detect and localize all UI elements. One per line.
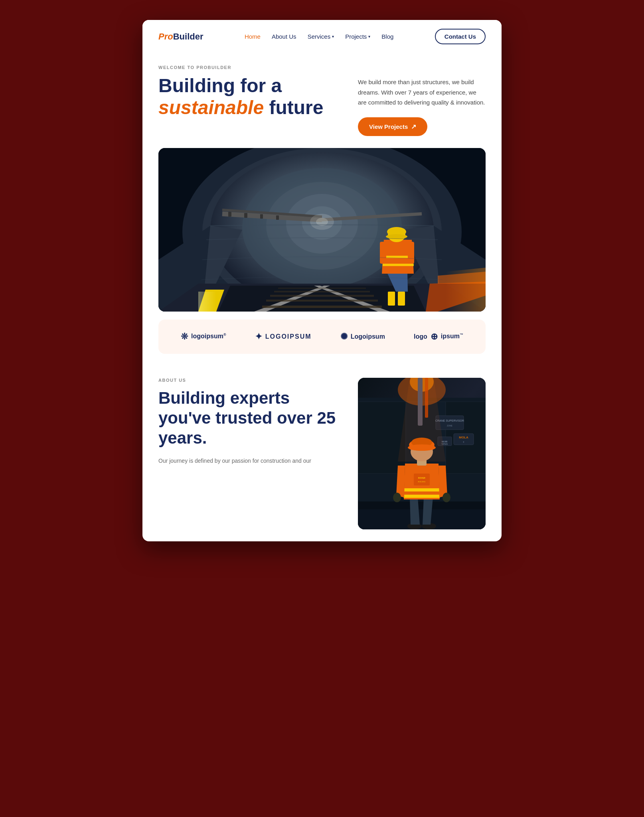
chevron-down-icon: ▾ [368, 34, 370, 39]
svg-text:ROVER: ROVER [418, 477, 425, 479]
page-container: Pro Builder Home About Us Services ▾ Pro… [142, 20, 502, 541]
svg-rect-27 [228, 212, 231, 217]
view-projects-button[interactable]: View Projects ↗ [358, 117, 427, 136]
svg-rect-30 [276, 215, 279, 220]
logo-builder: Builder [173, 32, 203, 42]
contact-button[interactable]: Contact Us [435, 29, 486, 44]
nav-item-blog[interactable]: Blog [381, 33, 393, 40]
hero-right: We build more than just structures, we b… [358, 65, 486, 136]
logo[interactable]: Pro Builder [158, 32, 203, 42]
logo-text-4b: ipsum™ [441, 333, 463, 340]
nav-link-about[interactable]: About Us [272, 33, 296, 40]
logo-text-4: logo [414, 333, 427, 340]
svg-rect-38 [380, 242, 386, 264]
svg-rect-16 [262, 306, 382, 308]
svg-marker-34 [397, 272, 408, 292]
hero-title-italic: sustainable [158, 97, 264, 118]
nav-link-home[interactable]: Home [245, 33, 261, 40]
nav-link-blog[interactable]: Blog [381, 33, 393, 40]
nav-item-projects[interactable]: Projects ▾ [345, 33, 370, 40]
about-right: CRANE SUPERVISOR ZONE MOLA 8 WEBB YATES [358, 378, 486, 529]
hero-section: WELCOME TO PROBUILDER Building for a sus… [142, 53, 502, 144]
chevron-down-icon: ▾ [332, 34, 334, 39]
about-section: ABOUT US Building experts you've trusted… [142, 362, 502, 541]
logo-icon-2: ✦ [255, 332, 262, 342]
svg-marker-66 [358, 509, 486, 529]
nav-item-services[interactable]: Services ▾ [308, 33, 334, 40]
svg-rect-31 [388, 292, 395, 306]
logos-strip: ❊ logoipsum® ✦ LOGOIPSUM ✺ Logoipsum log… [158, 320, 486, 354]
hero-description: We build more than just structures, we b… [358, 77, 486, 108]
about-description: Our journey is defined by our passion fo… [158, 456, 342, 466]
svg-rect-18 [270, 295, 374, 297]
hero-image [158, 148, 486, 312]
nav-item-home[interactable]: Home [245, 33, 261, 40]
welcome-label: WELCOME TO PROBUILDER [158, 65, 342, 70]
logo-item-2: ✦ LOGOIPSUM [255, 332, 312, 342]
nav-link-projects[interactable]: Projects [345, 33, 367, 40]
navbar: Pro Builder Home About Us Services ▾ Pro… [142, 20, 502, 53]
logo-item-1: ❊ logoipsum® [181, 332, 226, 342]
logo-icon-1: ❊ [181, 332, 188, 342]
svg-text:MOLA: MOLA [459, 436, 468, 439]
svg-marker-44 [446, 268, 486, 312]
logo-item-3: ✺ Logoipsum [340, 332, 385, 342]
about-title: Building experts you've trusted over 25 … [158, 388, 342, 448]
svg-marker-43 [198, 292, 216, 312]
svg-rect-72 [414, 474, 430, 485]
about-label: ABOUT US [158, 378, 342, 383]
svg-rect-76 [403, 495, 440, 498]
logo-pro: Pro [158, 32, 173, 42]
hero-title-line1: Building for a [158, 75, 282, 96]
svg-rect-37 [383, 264, 414, 266]
svg-rect-20 [278, 288, 366, 289]
svg-text:ZONE: ZONE [447, 424, 453, 427]
logo-text-1: logoipsum® [191, 333, 226, 340]
svg-rect-49 [358, 402, 406, 474]
svg-point-80 [443, 493, 450, 502]
about-image: CRANE SUPERVISOR ZONE MOLA 8 WEBB YATES [358, 378, 486, 529]
svg-rect-28 [244, 213, 247, 218]
logo-icon-4: ⊕ [431, 332, 438, 342]
view-projects-label: View Projects [369, 123, 408, 130]
svg-text:BUILDING: BUILDING [418, 481, 426, 483]
nav-link-services[interactable]: Services [308, 33, 331, 40]
logo-item-4: logo ⊕ ipsum™ [414, 332, 463, 342]
logo-icon-3: ✺ [340, 332, 348, 342]
nav-menu: Home About Us Services ▾ Projects ▾ Blog [245, 33, 393, 40]
hero-title-rest: future [269, 97, 323, 118]
nav-item-about[interactable]: About Us [272, 33, 296, 40]
hero-left: WELCOME TO PROBUILDER Building for a sus… [158, 65, 342, 118]
logo-text-3: Logoipsum [351, 333, 385, 340]
svg-rect-17 [266, 300, 378, 302]
svg-rect-32 [398, 292, 405, 306]
svg-rect-29 [260, 214, 263, 219]
arrow-icon: ↗ [411, 123, 416, 130]
svg-rect-19 [274, 291, 370, 292]
svg-rect-75 [403, 488, 440, 491]
svg-text:8: 8 [463, 441, 464, 443]
svg-rect-39 [408, 242, 414, 264]
hero-title: Building for a sustainable future [158, 75, 342, 118]
about-left: ABOUT US Building experts you've trusted… [158, 378, 342, 466]
svg-point-79 [393, 493, 401, 502]
logo-text-2: LOGOIPSUM [265, 333, 312, 340]
